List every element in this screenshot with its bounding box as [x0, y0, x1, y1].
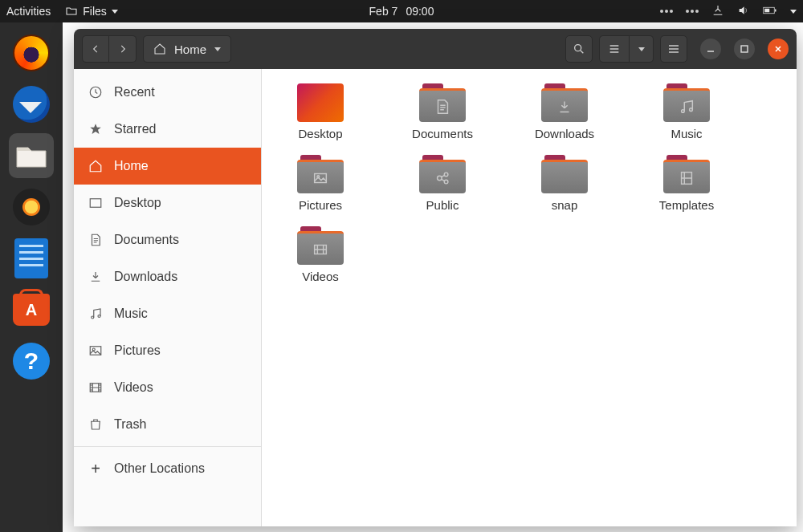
- file-item[interactable]: snap: [527, 155, 602, 212]
- folder-icon: [297, 226, 344, 265]
- search-button[interactable]: [565, 35, 593, 63]
- clock[interactable]: Feb 7 09:00: [369, 5, 434, 18]
- svg-point-12: [682, 109, 685, 112]
- file-label: Pictures: [299, 198, 342, 212]
- places-sidebar: Recent Starred Home Desktop Documents Do…: [74, 69, 262, 526]
- sidebar-item-music[interactable]: Music: [74, 295, 261, 332]
- desktop-icon: [88, 196, 103, 210]
- path-bar[interactable]: Home: [143, 35, 231, 63]
- folder-icon: [541, 83, 588, 122]
- file-label: Downloads: [535, 127, 594, 140]
- separator: [74, 446, 261, 447]
- dock-item-writer[interactable]: [9, 236, 54, 281]
- sidebar-item-home[interactable]: Home: [74, 148, 261, 185]
- svg-point-3: [575, 45, 581, 51]
- sidebar-item-label: Documents: [114, 233, 179, 247]
- dock-item-rhythmbox[interactable]: [9, 185, 54, 229]
- music-icon: [88, 307, 103, 321]
- dock-item-software[interactable]: [9, 287, 54, 332]
- header-bar: Home: [74, 29, 797, 69]
- speaker-icon: [13, 189, 50, 225]
- indicator-icon[interactable]: [660, 10, 673, 13]
- sidebar-item-documents[interactable]: Documents: [74, 221, 261, 258]
- sidebar-item-starred[interactable]: Starred: [74, 111, 261, 148]
- sidebar-item-downloads[interactable]: Downloads: [74, 258, 261, 295]
- svg-rect-1: [775, 9, 777, 11]
- back-button[interactable]: [82, 35, 109, 63]
- file-item[interactable]: Desktop: [283, 83, 358, 140]
- close-button[interactable]: [768, 39, 789, 59]
- folder-icon: [419, 155, 466, 193]
- star-icon: [88, 122, 103, 136]
- sidebar-item-videos[interactable]: Videos: [74, 369, 261, 406]
- sidebar-item-label: Videos: [114, 380, 153, 395]
- file-item[interactable]: Videos: [283, 226, 358, 283]
- file-view[interactable]: DesktopDocumentsDownloadsMusicPicturesPu…: [262, 69, 797, 526]
- list-view-button[interactable]: [599, 35, 630, 63]
- file-label: Desktop: [298, 127, 342, 140]
- app-menu-files[interactable]: Files: [65, 5, 118, 18]
- hamburger-menu-button[interactable]: [660, 35, 687, 63]
- sidebar-item-label: Trash: [114, 417, 146, 432]
- file-item[interactable]: Documents: [405, 83, 480, 140]
- home-icon: [88, 159, 103, 173]
- pictures-icon: [88, 343, 103, 358]
- file-item[interactable]: Downloads: [527, 83, 602, 140]
- sidebar-item-recent[interactable]: Recent: [74, 74, 261, 111]
- dock-item-thunderbird[interactable]: [9, 82, 54, 127]
- folder-icon: [663, 83, 710, 122]
- view-options-button[interactable]: [630, 35, 654, 63]
- file-item[interactable]: Templates: [649, 155, 724, 212]
- folder-icon: [541, 155, 588, 193]
- svg-point-13: [690, 108, 693, 111]
- sidebar-item-pictures[interactable]: Pictures: [74, 332, 261, 369]
- sidebar-item-desktop[interactable]: Desktop: [74, 185, 261, 221]
- svg-rect-4: [741, 46, 748, 52]
- file-label: Documents: [412, 127, 473, 140]
- chevron-down-icon: [638, 47, 645, 51]
- gnome-top-panel: Activities Files Feb 7 09:00: [0, 0, 803, 22]
- volume-icon[interactable]: [737, 4, 750, 19]
- battery-icon[interactable]: [763, 5, 777, 18]
- sidebar-item-trash[interactable]: Trash: [74, 406, 261, 443]
- file-item[interactable]: Public: [405, 155, 480, 212]
- network-icon[interactable]: [711, 4, 724, 19]
- svg-rect-6: [90, 199, 101, 208]
- system-menu-chevron-icon[interactable]: [790, 10, 797, 14]
- path-label: Home: [174, 43, 206, 56]
- download-icon: [88, 270, 103, 284]
- sidebar-item-other-locations[interactable]: + Other Locations: [74, 450, 261, 487]
- clock-icon: [88, 85, 103, 99]
- maximize-button[interactable]: [734, 39, 755, 59]
- dock-item-help[interactable]: ?: [9, 339, 54, 384]
- videos-icon: [88, 380, 103, 395]
- svg-point-16: [438, 176, 442, 181]
- file-label: Music: [671, 127, 702, 140]
- dock-item-files[interactable]: [9, 133, 54, 178]
- panel-date: Feb 7: [369, 5, 398, 18]
- dock-item-firefox[interactable]: [9, 30, 54, 75]
- panel-time: 09:00: [406, 5, 434, 18]
- app-menu-label: Files: [83, 5, 107, 18]
- folder-icon: [65, 5, 78, 18]
- folder-icon: [419, 83, 466, 122]
- svg-point-7: [92, 316, 94, 319]
- trash-icon: [88, 417, 103, 432]
- activities-button[interactable]: Activities: [6, 5, 51, 18]
- home-icon: [153, 43, 166, 55]
- svg-point-8: [98, 315, 100, 318]
- firefox-icon: [13, 35, 50, 71]
- minimize-button[interactable]: [700, 39, 721, 59]
- svg-rect-14: [315, 173, 327, 182]
- sidebar-item-label: Music: [114, 307, 148, 321]
- file-item[interactable]: Pictures: [283, 155, 358, 212]
- dock: ?: [0, 22, 63, 532]
- forward-button[interactable]: [109, 35, 137, 63]
- indicator-icon[interactable]: [686, 10, 699, 13]
- sidebar-item-label: Pictures: [114, 343, 161, 358]
- file-label: Public: [426, 198, 459, 212]
- sidebar-item-label: Home: [114, 159, 149, 173]
- shopping-bag-icon: [13, 294, 50, 326]
- file-label: Videos: [302, 270, 339, 283]
- file-item[interactable]: Music: [649, 83, 724, 140]
